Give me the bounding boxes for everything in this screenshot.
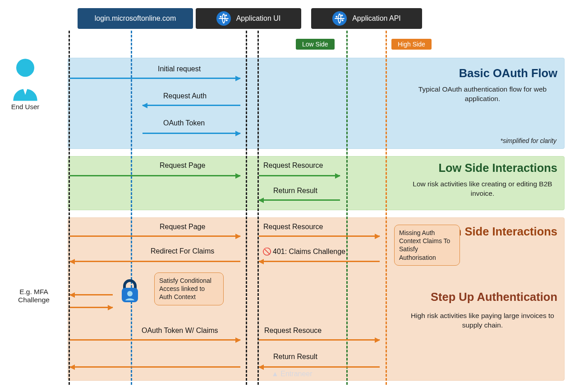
low-side-badge: Low Side [296,39,335,50]
arrow-low-request-resource [259,175,340,176]
oauth-desc: Typical OAuth authentication flow for we… [415,85,550,104]
arrow-oauth-token [142,133,240,134]
high-side-badge: High Side [391,39,432,50]
arrow-high-request-resource-2 [259,339,380,341]
arrow-low-return-result [259,199,340,201]
msg-request-auth: Request Auth [163,92,207,100]
msg-low-return-result: Return Result [273,187,317,195]
arrow-oauth-token-claims [70,339,240,341]
msg-low-request-resource: Request Resource [263,161,323,170]
conditional-access-lock-icon [119,279,141,304]
actor-api-label: Application API [352,14,401,23]
app-icon [332,11,347,26]
lifeline-ui-2 [257,31,259,385]
svg-point-5 [336,16,338,18]
app-icon [216,11,231,26]
callout-conditional-access: Satisfy Conditional Access linked to Aut… [154,272,224,305]
msg-high-request-resource-1: Request Resource [263,223,323,231]
end-user-icon: End User [7,58,43,111]
arrow-high-request-page [70,235,240,237]
msg-initial-request: Initial request [158,65,201,73]
svg-point-1 [220,16,221,18]
actor-login-label: login.microsoftonline.com [95,14,176,23]
callout-missing-claims: Missing Auth Context Claims To Satisfy A… [394,225,460,266]
watermark: ▲ Entraneer [271,370,312,378]
arrow-mfa-out [70,294,113,295]
lifeline-api-low [346,31,348,385]
lifeline-ui [246,31,247,385]
msg-oauth-token: OAuth Token [163,119,205,127]
low-desc: Low risk activities like creating or edi… [410,180,555,198]
svg-point-7 [342,19,344,21]
prohibited-icon: 🚫 [262,248,271,255]
lifeline-api-high [386,31,387,385]
actor-ui-label: Application UI [236,14,281,23]
arrow-low-request-page [70,175,240,176]
msg-low-request-page: Request Page [160,161,205,170]
arrow-high-return-result-left [70,366,240,368]
arrow-redirect-for-claims [70,261,240,262]
oauth-note: *simplified for clarity [501,137,556,144]
arrow-claims-challenge [259,261,380,262]
svg-point-8 [16,59,34,77]
svg-point-10 [127,291,133,296]
arrow-mfa-in [70,307,113,308]
svg-point-3 [225,19,227,21]
msg-claims-challenge: 🚫401: Claims Challenge [262,247,345,256]
msg-high-return-result: Return Result [273,353,317,361]
msg-redirect-for-claims: Redirect For Claims [151,247,214,255]
high-title-mid: Step Up Authentication [431,291,557,304]
mfa-label: E.g. MFA Challenge [14,288,54,304]
actor-api-header: Application API [311,8,422,29]
actor-ui-header: Application UI [196,8,301,29]
msg-high-request-resource-2: Request Resouce [264,327,322,335]
low-title: Low Side Interactions [438,161,557,175]
arrow-request-auth [142,105,240,106]
svg-point-2 [225,14,227,16]
diagram-canvas: login.microsoftonline.com Application UI… [0,0,579,392]
arrow-initial-request [70,78,240,79]
arrow-high-return-result-right [259,366,380,368]
msg-high-request-page: Request Page [160,223,205,231]
actor-login-header: login.microsoftonline.com [78,8,193,29]
lifeline-login [131,31,132,385]
end-user-label: End User [7,103,43,111]
lifeline-user [69,31,70,385]
msg-oauth-token-claims: OAuth Token W/ Claims [142,327,218,335]
arrow-high-request-resource-1 [259,235,380,237]
svg-point-6 [341,14,343,16]
oauth-title: Basic OAuth Flow [459,67,557,80]
high-desc: High risk activities like paying large i… [410,311,555,330]
